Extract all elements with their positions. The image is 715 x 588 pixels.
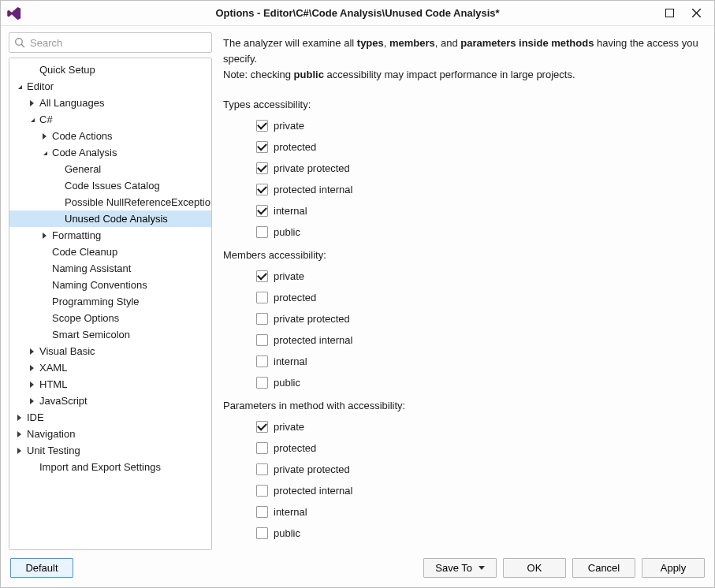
tree-item[interactable]: Formatting <box>9 227 211 244</box>
checkbox[interactable] <box>256 120 268 132</box>
checkbox-row: protected internal <box>256 480 706 501</box>
checkbox[interactable] <box>256 421 268 433</box>
desc-bold: types <box>357 37 384 49</box>
checkbox-row: private <box>256 115 706 136</box>
checkbox[interactable] <box>256 226 268 238</box>
chevron-right-icon[interactable] <box>14 412 25 423</box>
chevron-down-icon[interactable] <box>27 114 38 125</box>
desc-bold: public <box>294 69 324 80</box>
apply-button[interactable]: Apply <box>642 558 705 578</box>
chevron-right-icon[interactable] <box>27 98 38 109</box>
tree-item[interactable]: Unused Code Analysis <box>9 210 211 227</box>
section-title-params: Parameters in method with accessibility: <box>223 400 706 411</box>
tree-item-label: Code Analysis <box>50 147 117 158</box>
section-title-types: Types accessibility: <box>223 99 706 110</box>
checkbox[interactable] <box>256 506 268 518</box>
checkbox-row: private <box>256 266 706 287</box>
tree-item-label: Unit Testing <box>25 445 80 456</box>
desc-text: , <box>384 37 389 49</box>
tree-item[interactable]: Code Analysis <box>9 144 211 161</box>
chevron-right-icon[interactable] <box>27 396 38 407</box>
tree-item[interactable]: Unit Testing <box>9 442 211 459</box>
tree-item[interactable]: Programming Style <box>9 293 211 310</box>
checkbox-row: public <box>256 372 706 393</box>
checkbox[interactable] <box>256 442 268 454</box>
tree-item[interactable]: Quick Setup <box>9 61 211 78</box>
tree-item[interactable]: General <box>9 161 211 177</box>
tree-item-label: Formatting <box>50 229 101 241</box>
default-button[interactable]: Default <box>10 558 73 578</box>
desc-text: , and <box>435 37 461 49</box>
tree-item[interactable]: Code Issues Catalog <box>9 177 211 194</box>
checkbox[interactable] <box>256 485 268 497</box>
tree-item[interactable]: Possible NullReferenceException <box>9 194 211 210</box>
tree-item[interactable]: IDE <box>9 409 211 426</box>
tree-item[interactable]: Import and Export Settings <box>9 459 211 475</box>
dialog-body: Quick SetupEditorAll LanguagesC#Code Act… <box>1 26 714 550</box>
options-tree[interactable]: Quick SetupEditorAll LanguagesC#Code Act… <box>9 58 212 550</box>
close-button[interactable] <box>683 2 709 24</box>
search-input[interactable] <box>9 32 212 53</box>
checkbox[interactable] <box>256 205 268 217</box>
tree-item[interactable]: Smart Semicolon <box>9 326 211 343</box>
tree-item-label: Code Issues Catalog <box>63 180 160 192</box>
tree-item[interactable]: Navigation <box>9 426 211 442</box>
chevron-right-icon[interactable] <box>27 346 38 357</box>
checkbox[interactable] <box>256 141 268 153</box>
tree-item[interactable]: XAML <box>9 359 211 376</box>
checkbox[interactable] <box>256 184 268 195</box>
checkbox-label: protected internal <box>274 184 352 195</box>
chevron-right-icon[interactable] <box>14 445 25 456</box>
checkbox[interactable] <box>256 527 268 539</box>
chevron-right-icon[interactable] <box>14 429 25 440</box>
tree-item[interactable]: Naming Conventions <box>9 277 211 293</box>
checkbox-label: private protected <box>274 463 350 475</box>
tree-item[interactable]: HTML <box>9 376 211 393</box>
tree-item[interactable]: Code Cleanup <box>9 244 211 260</box>
tree-item[interactable]: JavaScript <box>9 393 211 409</box>
tree-item[interactable]: Editor <box>9 78 211 95</box>
checkbox[interactable] <box>256 463 268 475</box>
checkbox[interactable] <box>256 162 268 174</box>
tree-item-label: Naming Conventions <box>50 279 147 291</box>
tree-item[interactable]: Code Actions <box>9 128 211 144</box>
checkbox[interactable] <box>256 377 268 389</box>
tree-item-label: Smart Semicolon <box>50 329 130 341</box>
options-dialog: Options - Editor\C#\Code Analysis\Unused… <box>0 0 715 588</box>
tree-item-label: Code Actions <box>50 130 113 142</box>
chevron-down-icon[interactable] <box>39 147 50 158</box>
tree-item[interactable]: Scope Options <box>9 310 211 326</box>
chevron-right-icon[interactable] <box>27 379 38 390</box>
checkbox[interactable] <box>256 334 268 346</box>
content-panel: The analyzer will examine all types, mem… <box>223 32 706 550</box>
checkbox-row: internal <box>256 351 706 372</box>
maximize-button[interactable] <box>656 2 683 24</box>
checkbox[interactable] <box>256 292 268 303</box>
tree-item-label: Editor <box>25 80 54 92</box>
ok-button[interactable]: OK <box>503 558 566 578</box>
tree-item-label: Code Cleanup <box>50 246 117 258</box>
tree-item[interactable]: Naming Assistant <box>9 260 211 277</box>
tree-item[interactable]: Visual Basic <box>9 343 211 359</box>
chevron-right-icon[interactable] <box>27 363 38 374</box>
svg-line-2 <box>21 44 24 47</box>
cancel-button[interactable]: Cancel <box>572 558 635 578</box>
tree-item-label: HTML <box>38 378 67 390</box>
checkbox[interactable] <box>256 355 268 367</box>
footer: Default Save To OK Cancel Apply <box>1 550 714 587</box>
checkbox-row: internal <box>256 200 706 221</box>
titlebar: Options - Editor\C#\Code Analysis\Unused… <box>1 1 714 26</box>
checkbox[interactable] <box>256 270 268 282</box>
checkbox-label: private protected <box>274 313 350 325</box>
checkbox-label: private <box>274 270 304 282</box>
save-to-button[interactable]: Save To <box>423 558 497 578</box>
tree-item[interactable]: C# <box>9 111 211 128</box>
chevron-down-icon[interactable] <box>14 81 25 92</box>
chevron-right-icon[interactable] <box>39 230 50 241</box>
description: The analyzer will examine all types, mem… <box>223 35 706 83</box>
tree-item[interactable]: All Languages <box>9 95 211 111</box>
checkbox[interactable] <box>256 313 268 325</box>
tree-item-label: Unused Code Analysis <box>63 213 168 225</box>
checkbox-label: protected internal <box>274 485 352 497</box>
chevron-right-icon[interactable] <box>39 131 50 142</box>
